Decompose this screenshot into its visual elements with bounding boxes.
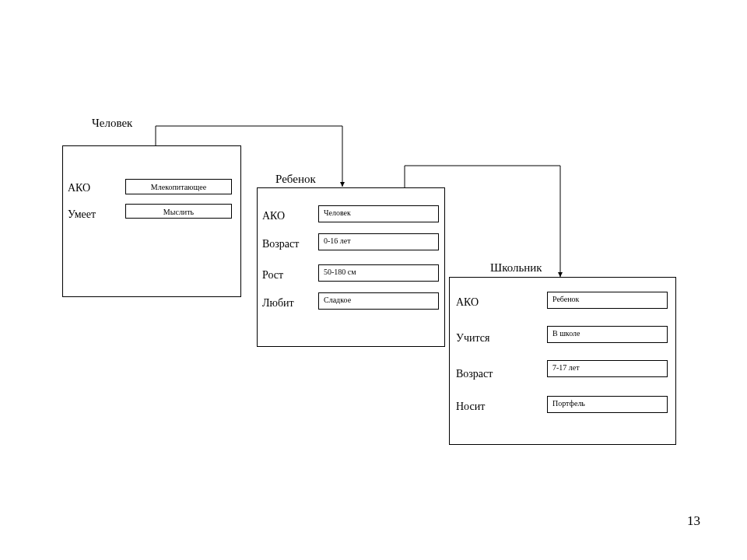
frame-student: АКО Ребенок Учится В школе Возраст 7-17 … [449, 277, 676, 445]
attr-value: 0-16 лет [318, 233, 439, 250]
frame-child: АКО Человек Возраст 0-16 лет Рост 50-180… [257, 187, 445, 347]
attr-label: Возраст [456, 368, 493, 380]
attr-value: Мыслить [125, 204, 232, 219]
attr-label: Любит [262, 297, 294, 310]
frame-child-title: Ребенок [275, 173, 316, 186]
attr-label: АКО [456, 296, 479, 309]
frame-human-title: Человек [92, 117, 132, 130]
attr-value: Ребенок [547, 292, 668, 309]
attr-label: Носит [456, 401, 485, 413]
diagram-stage: Человек АКО Млекопитающее Умеет Мыслить … [0, 0, 747, 560]
attr-value: 7-17 лет [547, 360, 668, 377]
attr-label: Умеет [68, 208, 96, 221]
attr-value: Портфель [547, 396, 668, 413]
attr-label: Учится [456, 332, 489, 345]
attr-value: Человек [318, 205, 439, 222]
attr-value: Сладкое [318, 292, 439, 310]
attr-value: Млекопитающее [125, 179, 232, 194]
attr-label: Возраст [262, 238, 299, 250]
attr-label: АКО [262, 210, 285, 222]
frame-student-title: Школьник [490, 261, 542, 275]
page-number: 13 [687, 513, 700, 529]
attr-value: В школе [547, 326, 668, 343]
attr-value: 50-180 см [318, 264, 439, 282]
attr-label: Рост [262, 269, 283, 282]
frame-human: АКО Млекопитающее Умеет Мыслить [62, 145, 241, 297]
attr-label: АКО [68, 182, 90, 194]
